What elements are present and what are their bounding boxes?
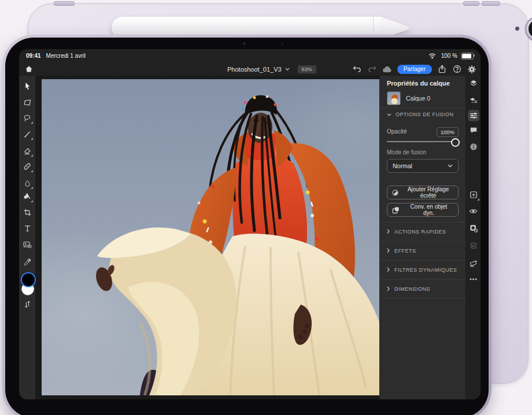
volume-down-button <box>482 1 500 6</box>
app-toolbar: Photoshoot_01_V3 63% Partager <box>19 62 481 76</box>
front-camera-icon <box>243 42 246 45</box>
front-sensor-icon <box>282 43 283 45</box>
layer-visibility-button[interactable] <box>468 205 479 217</box>
rear-camera <box>525 16 532 42</box>
add-clipped-adjustment-label: Ajouter Réglage écrêté <box>403 186 453 199</box>
comments-button[interactable] <box>468 124 479 136</box>
ipad-front-device: 09:41 Mercredi 1 avril 100 % Photosho <box>2 35 492 415</box>
layer-list-button[interactable] <box>468 95 479 106</box>
document-title[interactable]: Photoshoot_01_V3 <box>227 66 282 73</box>
lasso-tool[interactable] <box>21 112 33 124</box>
document-title-group[interactable]: Photoshoot_01_V3 63% <box>227 62 316 76</box>
blend-mode-label: Mode de fusion <box>387 149 426 155</box>
share-button[interactable]: Partager <box>397 65 432 74</box>
move-tool[interactable] <box>21 80 33 92</box>
section-filtres-dynamiques[interactable]: FILTRES DYNAMIQUES <box>380 260 466 279</box>
marketing-scene: 09:41 Mercredi 1 avril 100 % Photosho <box>0 0 532 415</box>
zoom-level-badge[interactable]: 63% <box>298 65 316 73</box>
eyedropper-tool[interactable] <box>21 257 33 268</box>
layer-mask-button[interactable] <box>468 223 479 234</box>
slider-handle[interactable] <box>451 138 460 147</box>
slider-track <box>387 141 459 142</box>
tool-rail <box>19 76 36 399</box>
opacity-slider[interactable] <box>387 140 459 143</box>
adjustment-icon <box>392 189 398 197</box>
redo-button[interactable] <box>367 64 378 75</box>
chevron-right-icon <box>387 267 390 272</box>
crop-tool[interactable] <box>21 206 33 218</box>
section-label: ACTIONS RAPIDES <box>394 229 446 235</box>
home-button[interactable] <box>21 63 36 75</box>
convert-smart-object-label: Conv. en objet dyn. <box>404 203 453 216</box>
export-icon[interactable] <box>437 64 447 75</box>
rear-mic-dot <box>515 27 519 31</box>
send-backward-button[interactable] <box>468 240 479 251</box>
section-dimensions[interactable]: DIMENSIONS <box>380 279 466 298</box>
chevron-down-icon <box>387 113 391 116</box>
panel-title: Propriétés du calque <box>387 80 450 87</box>
help-button[interactable] <box>452 64 462 75</box>
volume-up-button <box>463 1 479 6</box>
chevron-right-icon <box>387 229 390 234</box>
type-tool[interactable] <box>21 223 33 234</box>
chevron-down-icon <box>285 68 290 71</box>
battery-percent: 100 % <box>441 53 457 59</box>
chevron-right-icon <box>387 248 390 253</box>
brush-tool[interactable] <box>21 128 33 140</box>
ipad-screen: 09:41 Mercredi 1 avril 100 % Photosho <box>19 49 481 399</box>
status-bar: 09:41 Mercredi 1 avril 100 % <box>19 49 481 62</box>
layer-row[interactable]: Calque 0 <box>387 91 430 105</box>
convert-smart-object-button[interactable]: Conv. en objet dyn. <box>387 203 459 217</box>
canvas-area[interactable] <box>35 76 379 399</box>
swap-colors-button[interactable] <box>21 298 33 310</box>
section-label: FILTRES DYNAMIQUES <box>394 267 457 273</box>
battery-icon <box>461 53 474 60</box>
blend-options-label: OPTIONS DE FUSION <box>396 112 454 117</box>
fill-tool[interactable] <box>21 191 33 202</box>
cloud-sync-icon <box>382 64 393 75</box>
blend-mode-dropdown[interactable]: Normal <box>387 159 459 173</box>
layer-properties-button[interactable] <box>468 110 479 121</box>
section-label: EFFETS <box>394 248 416 254</box>
add-clipped-adjustment-button[interactable]: Ajouter Réglage écrêté <box>387 186 459 199</box>
opacity-value-field[interactable]: 100% <box>437 127 459 137</box>
canvas-photo <box>42 79 379 395</box>
liquify-tool[interactable] <box>21 177 33 189</box>
blend-options-header[interactable]: OPTIONS DE FUSION <box>387 112 454 117</box>
more-options-button[interactable] <box>468 273 479 285</box>
status-date: Mercredi 1 avril <box>46 53 86 59</box>
section-actions-rapides[interactable]: ACTIONS RAPIDES <box>380 222 466 241</box>
section-effets[interactable]: EFFETS <box>380 241 466 260</box>
transform-tool[interactable] <box>21 97 33 108</box>
chevron-right-icon <box>387 286 390 291</box>
eraser-tool[interactable] <box>21 145 33 157</box>
add-layer-button[interactable] <box>468 189 479 201</box>
smart-object-icon <box>392 206 400 214</box>
settings-gear-button[interactable] <box>467 64 477 75</box>
info-button[interactable] <box>468 141 479 153</box>
opacity-label: Opacité <box>387 128 407 135</box>
status-time: 09:41 <box>26 53 41 59</box>
section-label: DIMENSIONS <box>394 286 430 292</box>
place-image-tool[interactable] <box>21 239 33 250</box>
layers-view-button[interactable] <box>468 77 479 89</box>
blend-mode-value: Normal <box>393 162 412 169</box>
top-button <box>54 1 75 6</box>
undo-button[interactable] <box>352 64 363 75</box>
layer-thumbnail[interactable] <box>387 91 401 105</box>
clear-layer-button[interactable] <box>468 257 479 269</box>
foreground-color-chip[interactable] <box>21 272 36 287</box>
layer-name: Calque 0 <box>406 95 430 102</box>
wifi-icon <box>427 51 438 61</box>
side-taskbar <box>466 76 481 399</box>
chevron-down-icon <box>448 164 453 168</box>
healing-brush-tool[interactable] <box>21 161 33 172</box>
layer-properties-panel: Propriétés du calque Calque 0 OPTIONS DE… <box>379 76 466 399</box>
